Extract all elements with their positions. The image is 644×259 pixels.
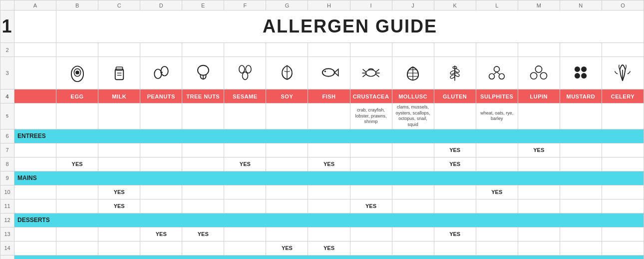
yes-cell-8-H: YES <box>308 157 350 171</box>
data-cell-13-F <box>224 227 266 241</box>
yes-cell-8-F: YES <box>224 157 266 171</box>
data-cell-7-O <box>602 143 644 157</box>
col-c: C <box>98 0 140 10</box>
yes-cell-8-K: YES <box>434 157 476 171</box>
data-cell-14-L <box>476 241 518 255</box>
data-cell-7-I <box>350 143 392 157</box>
row-num-11: 11 <box>0 199 14 213</box>
svg-point-41 <box>531 72 537 79</box>
yes-cell-14-G: YES <box>266 241 308 255</box>
row-num-8: 8 <box>0 157 14 171</box>
data-cell-11-B <box>56 199 98 213</box>
data-cell-8-A <box>14 157 56 171</box>
data-cell-13-G <box>266 227 308 241</box>
empty-cell-2-3 <box>98 43 140 57</box>
row-num-14: 14 <box>0 241 14 255</box>
yes-cell-14-H: YES <box>308 241 350 255</box>
data-cell-14-F <box>224 241 266 255</box>
svg-line-39 <box>497 72 500 74</box>
data-cell-10-I <box>350 185 392 199</box>
data-cell-14-K <box>434 241 476 255</box>
svg-point-45 <box>575 73 580 78</box>
empty-cell-2-13 <box>518 43 560 57</box>
icon-fish <box>308 57 350 90</box>
data-cell-13-I <box>350 227 392 241</box>
svg-rect-3 <box>115 69 123 80</box>
row-num-6: 6 <box>0 129 14 143</box>
col-k: K <box>434 0 476 10</box>
data-cell-10-B <box>56 185 98 199</box>
label-tree nuts: TREE NUTS <box>182 90 224 104</box>
sub-empty-6 <box>308 104 350 130</box>
label-lupin: LUPIN <box>518 90 560 104</box>
data-cell-7-L <box>476 143 518 157</box>
sub-empty-1 <box>98 104 140 130</box>
data-cell-8-G <box>266 157 308 171</box>
data-cell-14-A <box>14 241 56 255</box>
data-cell-11-N <box>560 199 602 213</box>
label-mustard: MUSTARD <box>560 90 602 104</box>
data-cell-14-B <box>56 241 98 255</box>
svg-line-24 <box>376 74 379 77</box>
row-num-3: 3 <box>0 57 14 90</box>
svg-point-13 <box>246 65 251 72</box>
empty-cell-2-11 <box>434 43 476 57</box>
icon-lupin <box>518 57 560 90</box>
empty-cell-2-9 <box>350 43 392 57</box>
data-cell-13-H <box>308 227 350 241</box>
data-cell-8-C <box>98 157 140 171</box>
section-label-salads: SALADS <box>14 255 644 259</box>
sub-empty-11 <box>518 104 560 130</box>
page-title: ALLERGEN GUIDE <box>56 10 644 43</box>
data-cell-14-M <box>518 241 560 255</box>
data-cell-8-L <box>476 157 518 171</box>
data-cell-11-D <box>140 199 182 213</box>
data-cell-7-N <box>560 143 602 157</box>
svg-point-17 <box>324 70 326 72</box>
svg-line-19 <box>363 69 366 72</box>
spreadsheet: A B C D E F G H I J K L M N O 1ALLERGEN … <box>0 0 644 259</box>
data-cell-8-O <box>602 157 644 171</box>
row-num-12: 12 <box>0 213 14 227</box>
data-cell-7-J <box>392 143 434 157</box>
data-cell-11-J <box>392 199 434 213</box>
svg-point-46 <box>581 73 587 78</box>
row-num-9: 9 <box>0 171 14 185</box>
data-cell-14-D <box>140 241 182 255</box>
data-cell-10-F <box>224 185 266 199</box>
svg-point-10 <box>198 65 209 75</box>
yes-cell-11-I: YES <box>350 199 392 213</box>
sub-allergen-10: wheat, oats, rye, barley <box>476 104 518 130</box>
icon-soy <box>266 57 308 90</box>
data-cell-14-O <box>602 241 644 255</box>
label-gluten: GLUTEN <box>434 90 476 104</box>
data-cell-10-J <box>392 185 434 199</box>
empty-cell-2-o <box>602 43 644 57</box>
data-cell-10-A <box>14 185 56 199</box>
sub-allergen-7: crab, crayfish, lobster, prawns, shrimp <box>350 104 392 130</box>
data-cell-14-J <box>392 241 434 255</box>
sub-empty-4 <box>224 104 266 130</box>
data-cell-10-D <box>140 185 182 199</box>
data-cell-14-E <box>182 241 224 255</box>
sub-empty-3 <box>182 104 224 130</box>
data-cell-13-A <box>14 227 56 241</box>
col-b: B <box>56 0 98 10</box>
data-cell-11-L <box>476 199 518 213</box>
row-num-5: 5 <box>0 104 14 130</box>
svg-point-43 <box>575 66 580 72</box>
data-cell-13-M <box>518 227 560 241</box>
data-cell-7-A <box>14 143 56 157</box>
data-cell-13-O <box>602 227 644 241</box>
data-cell-13-J <box>392 227 434 241</box>
data-cell-11-A <box>14 199 56 213</box>
row-num-1: 1 <box>0 10 14 43</box>
data-cell-13-N <box>560 227 602 241</box>
data-cell-8-D <box>140 157 182 171</box>
label-peanuts: PEANUTS <box>140 90 182 104</box>
data-cell-11-K <box>434 199 476 213</box>
label-celery: CELERY <box>602 90 644 104</box>
data-cell-7-F <box>224 143 266 157</box>
icon-crab <box>350 57 392 90</box>
label-mollusc: MOLLUSC <box>392 90 434 104</box>
